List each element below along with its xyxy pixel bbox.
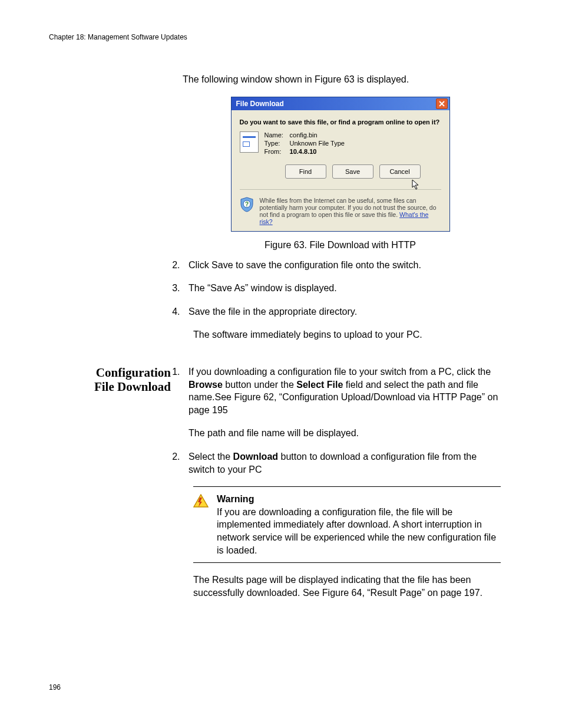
warning-title: Warning: [217, 493, 501, 506]
dialog-question: Do you want to save this file, or find a…: [240, 118, 441, 126]
warning-icon: [193, 493, 211, 510]
dialog-titlebar: File Download: [232, 97, 449, 110]
type-value: Unknown File Type: [290, 140, 345, 147]
section-heading-line1: Configuration: [96, 365, 171, 380]
dl2-a: Select the: [189, 452, 233, 462]
download-step-2: Select the Download button to download a…: [183, 450, 501, 476]
dialog-title: File Download: [236, 100, 284, 108]
from-value: 10.4.8.10: [290, 148, 317, 155]
name-value: config.bin: [290, 131, 318, 139]
path-paragraph: The path and file name will be displayed…: [189, 427, 501, 440]
step-3: The “Save As” window is displayed.: [183, 282, 498, 295]
save-button[interactable]: Save: [332, 164, 373, 179]
section-heading-line2: File Download: [94, 380, 171, 394]
step-4: Save the file in the appropriate directo…: [183, 305, 498, 318]
name-label: Name:: [265, 131, 288, 139]
from-label: From:: [265, 148, 288, 155]
figure-caption: Figure 63. File Download with HTTP: [183, 240, 498, 251]
page-number: 196: [49, 683, 61, 691]
cursor-icon: [412, 179, 420, 192]
dl1-a: If you downloading a configuration file …: [189, 367, 491, 377]
dl1-select: Select File: [296, 380, 343, 390]
dl1-browse: Browse: [189, 380, 223, 390]
file-download-dialog: File Download Do you want to save this f…: [231, 97, 450, 232]
file-icon: [240, 131, 259, 153]
svg-marker-4: [194, 495, 208, 507]
svg-text:?: ?: [244, 201, 248, 207]
results-paragraph: The Results page will be displayed indic…: [193, 574, 501, 599]
shield-icon: ?: [240, 197, 254, 212]
chapter-header: Chapter 18: Management Software Updates: [49, 33, 187, 41]
intro-paragraph: The following window shown in Figure 63 …: [183, 73, 498, 86]
warning-block: Warning If you are downloading a configu…: [193, 486, 501, 563]
step-2: Click Save to save the configuration fil…: [183, 259, 498, 272]
find-button[interactable]: Find: [285, 164, 326, 179]
close-icon[interactable]: [436, 98, 448, 109]
type-label: Type:: [265, 140, 288, 147]
warning-body: If you are downloading a configuration f…: [217, 507, 496, 555]
info-text: While files from the Internet can be use…: [260, 197, 441, 225]
dl2-download: Download: [233, 452, 278, 462]
dl1-b: button under the: [223, 380, 296, 390]
download-step-1: If you downloading a configuration file …: [183, 365, 501, 440]
upload-paragraph: The software immediately begins to uploa…: [193, 328, 498, 341]
section-heading: Configuration File Download: [68, 365, 171, 394]
cancel-button[interactable]: Cancel: [379, 164, 421, 179]
